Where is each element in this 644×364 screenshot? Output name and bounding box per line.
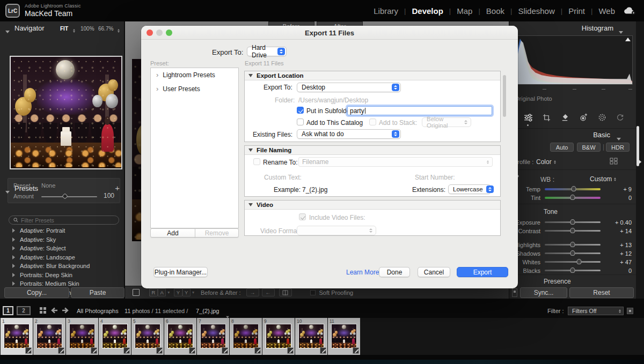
previous-photo-icon[interactable] (50, 307, 58, 314)
edit-badge-icon[interactable] (189, 347, 195, 354)
cancel-button[interactable]: Cancel (418, 267, 450, 277)
navigator-fit-button[interactable]: FIT (60, 26, 68, 32)
amount-slider-thumb[interactable] (62, 193, 68, 199)
slider-thumb[interactable] (570, 219, 575, 225)
reset-button[interactable]: Reset (569, 287, 634, 298)
slider-thumb[interactable] (577, 259, 582, 264)
module-tab-map[interactable]: Map (456, 6, 473, 16)
lens-blur-tool-icon[interactable] (616, 113, 625, 122)
dialog-scrollbar[interactable] (503, 75, 506, 117)
profile-browser-icon[interactable] (610, 158, 618, 165)
dialog-preset-group[interactable]: ›User Presets (151, 82, 238, 96)
compare-dropdown-icon[interactable]: ▾ (192, 290, 194, 295)
disclosure-icon[interactable] (12, 273, 15, 277)
put-in-subfolder-checkbox[interactable] (297, 107, 304, 114)
slider-track[interactable] (545, 244, 601, 246)
learn-more-link[interactable]: Learn More (346, 269, 379, 276)
disclosure-icon[interactable] (12, 281, 15, 286)
amount-slider[interactable] (41, 196, 97, 197)
wb-value[interactable]: Custom (590, 175, 616, 183)
edit-badge-icon[interactable] (123, 347, 130, 354)
filmstrip-thumbnail[interactable]: 8 (230, 318, 262, 355)
disclosure-icon[interactable] (12, 237, 15, 242)
filmstrip-thumbnail[interactable]: 9 (262, 318, 295, 355)
module-tab-library[interactable]: Library (372, 6, 399, 16)
masking-tool-icon[interactable] (597, 113, 607, 122)
preset-filter-input[interactable]: Filter Presets (9, 216, 119, 225)
auto-button[interactable]: Auto (550, 143, 574, 152)
slider-track[interactable] (545, 221, 601, 223)
profile-value[interactable]: Color (536, 158, 556, 166)
edit-badge-icon[interactable] (287, 347, 294, 354)
disclosure-icon[interactable] (12, 255, 15, 259)
slider-thumb[interactable] (570, 228, 575, 233)
sync-button[interactable]: Sync... (520, 287, 567, 298)
extensions-select[interactable]: Lowercase (448, 184, 491, 194)
edit-badge-icon[interactable] (254, 347, 261, 354)
existing-files-select[interactable]: Ask what to do (297, 129, 401, 139)
filmstrip-thumbnail[interactable]: 2 (33, 318, 65, 355)
edit-badge-icon[interactable] (156, 347, 163, 354)
basic-collapse-icon[interactable] (617, 133, 621, 143)
location-export-to-select[interactable]: Desktop (297, 83, 401, 92)
module-tab-print[interactable]: Print (567, 6, 586, 16)
preset-item[interactable]: Adaptive: Landscape (4, 253, 125, 262)
cloud-sync-icon[interactable] (624, 6, 636, 15)
histogram-collapse-icon[interactable] (619, 26, 623, 36)
module-tab-book[interactable]: Book (485, 6, 506, 16)
filter-toggle-button[interactable] (627, 308, 633, 314)
edit-badge-icon[interactable] (353, 347, 359, 354)
slider-thumb[interactable] (572, 186, 576, 191)
slider-track[interactable] (545, 197, 601, 199)
export-to-select[interactable]: Hard Drive (247, 47, 287, 56)
disclosure-icon[interactable]: › (156, 86, 158, 92)
slider-track[interactable] (545, 188, 601, 190)
highlight-clipping-icon[interactable] (625, 38, 631, 41)
copy-button[interactable]: Copy... (4, 287, 69, 298)
navigator-zoom-level[interactable]: 66.7% (98, 26, 113, 32)
preset-item[interactable]: Adaptive: Blur Background (4, 262, 125, 271)
filmstrip-thumbnail[interactable]: 1 (1, 318, 33, 355)
filmstrip-thumbnail[interactable]: 3 (66, 318, 98, 355)
filmstrip-thumbnail[interactable]: 5 (131, 318, 164, 355)
rename-to-checkbox[interactable] (253, 158, 260, 165)
navigator-preview[interactable] (10, 56, 122, 169)
filmstrip-thumbnail[interactable]: 6 (164, 318, 196, 355)
module-tab-develop[interactable]: Develop (411, 6, 444, 16)
add-to-stack-checkbox[interactable] (369, 118, 376, 125)
panel-expand-icon[interactable] (639, 157, 641, 166)
dialog-preset-group[interactable]: ›Lightroom Presets (151, 68, 238, 82)
grid-view-icon[interactable] (40, 307, 46, 314)
hdr-button[interactable]: HDR (606, 143, 630, 152)
subfolder-name-input[interactable]: party (347, 106, 492, 115)
dialog-titlebar[interactable]: Export 11 Files (141, 26, 518, 40)
reference-view-button-r[interactable]: R (149, 288, 158, 296)
histogram-graph[interactable] (514, 35, 633, 85)
preset-item[interactable]: Adaptive: Sky (4, 235, 125, 244)
view-dropdown-icon[interactable]: ▾ (167, 290, 170, 295)
paste-button[interactable]: Paste (71, 287, 125, 298)
red-eye-tool-icon[interactable] (579, 113, 588, 122)
edit-badge-icon[interactable] (320, 347, 326, 354)
filter-dropdown[interactable]: Filters Off (568, 307, 624, 315)
filmstrip-thumbnail[interactable]: 4 (99, 318, 131, 355)
edit-sliders-tool-icon[interactable] (523, 113, 533, 122)
before-after-left-right-button[interactable]: → (246, 288, 259, 296)
plugin-manager-button[interactable]: Plug-in Manager... (153, 267, 208, 277)
disclosure-icon[interactable] (12, 264, 15, 268)
slider-thumb[interactable] (570, 250, 575, 256)
module-tab-web[interactable]: Web (597, 6, 616, 16)
soft-proofing-checkbox[interactable] (310, 290, 316, 295)
export-button[interactable]: Export (457, 267, 508, 277)
add-to-catalog-checkbox[interactable] (297, 118, 304, 125)
before-after-right-left-button[interactable]: ← (262, 288, 275, 296)
reference-view-button-a[interactable]: A (158, 288, 166, 296)
done-button[interactable]: Done (379, 267, 410, 277)
slider-thumb[interactable] (570, 268, 575, 273)
crop-tool-icon[interactable] (541, 113, 551, 122)
export-location-header[interactable]: Export Location (245, 71, 500, 80)
preset-item[interactable]: Portraits: Deep Skin (4, 271, 125, 280)
navigator-zoom-100-button[interactable]: 100% (80, 26, 94, 32)
filmstrip-thumbnail[interactable]: 10 (295, 318, 327, 355)
next-photo-icon[interactable] (61, 307, 69, 314)
